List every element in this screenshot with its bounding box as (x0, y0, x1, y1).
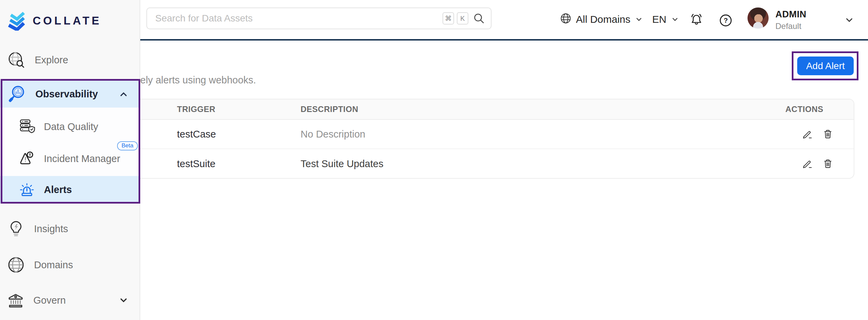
sidebar-item-label: Explore (35, 54, 68, 66)
cmd-key-badge: ⌘ (443, 12, 454, 25)
description-cell: No Description (264, 129, 775, 140)
language-selector-label: EN (652, 14, 666, 25)
domains-globe-icon (7, 256, 25, 274)
incident-manager-icon (18, 150, 36, 167)
page-description: ely alerts using webhooks. (140, 75, 256, 86)
edit-icon[interactable] (802, 158, 813, 169)
add-alert-button[interactable]: Add Alert (797, 57, 854, 75)
user-name: ADMIN (775, 9, 806, 20)
delete-icon[interactable] (822, 129, 833, 140)
table-header-row: TRIGGER DESCRIPTION ACTIONS (140, 99, 854, 120)
insights-lightbulb-icon (7, 220, 25, 238)
collate-logo-text: COLLATE (33, 14, 101, 27)
chevron-down-icon (118, 295, 129, 305)
sidebar-item-govern[interactable]: Govern (0, 290, 140, 310)
svg-text:?: ? (724, 17, 728, 24)
k-key-badge: K (457, 12, 468, 25)
beta-badge: Beta (117, 141, 138, 150)
sidebar-item-label: Alerts (44, 184, 72, 195)
domain-selector[interactable]: All Domains (560, 11, 643, 28)
search-input[interactable] (155, 13, 440, 24)
govern-bank-icon (7, 291, 25, 309)
user-menu-chevron-icon[interactable] (844, 15, 854, 25)
sidebar-item-explore[interactable]: Explore (0, 50, 140, 70)
sidebar-item-observability[interactable]: Observability (0, 81, 140, 108)
user-avatar[interactable] (748, 7, 769, 29)
sidebar-item-label: Observability (35, 89, 98, 100)
help-icon[interactable]: ? (719, 14, 733, 27)
trigger-cell: testCase (140, 129, 264, 140)
edit-icon[interactable] (802, 129, 813, 140)
actions-cell (775, 129, 854, 140)
language-selector[interactable]: EN (652, 11, 679, 28)
search-icon (473, 13, 485, 24)
description-cell: Test Suite Updates (264, 158, 775, 170)
user-menu[interactable]: ADMIN Default (775, 9, 806, 31)
trigger-cell: testSuite (140, 158, 264, 170)
observability-icon (7, 84, 27, 104)
sidebar-item-label: Insights (34, 223, 68, 235)
data-quality-icon (18, 118, 36, 135)
alerts-siren-icon (18, 181, 36, 199)
sidebar-item-data-quality[interactable]: Data Quality (0, 116, 140, 138)
chevron-down-icon (671, 15, 679, 23)
actions-cell (775, 158, 854, 169)
globe-icon (560, 13, 572, 27)
sidebar-item-label: Incident Manager (44, 153, 120, 164)
delete-icon[interactable] (822, 158, 833, 169)
column-header-trigger: TRIGGER (140, 105, 264, 114)
sidebar-item-incident-manager[interactable]: Incident Manager (0, 148, 140, 169)
table-row: testSuite Test Suite Updates (140, 149, 854, 178)
global-search-bar[interactable]: ⌘ K (146, 7, 492, 29)
sidebar: COLLATE Explore Observability (0, 0, 140, 320)
collate-logo[interactable]: COLLATE (7, 10, 101, 32)
chevron-down-icon (635, 15, 643, 23)
sidebar-item-label: Govern (33, 295, 66, 306)
column-header-actions: ACTIONS (785, 105, 844, 114)
column-header-description: DESCRIPTION (264, 105, 775, 114)
alerts-table: TRIGGER DESCRIPTION ACTIONS testCase No … (140, 99, 854, 179)
user-team: Default (775, 21, 806, 31)
sidebar-item-label: Data Quality (44, 121, 98, 132)
sidebar-item-insights[interactable]: Insights (0, 219, 140, 239)
table-row: testCase No Description (140, 120, 854, 149)
domain-selector-label: All Domains (576, 14, 630, 25)
notifications-bell-icon[interactable] (689, 12, 704, 27)
sidebar-item-label: Domains (34, 259, 73, 271)
collate-logo-icon (7, 10, 27, 32)
explore-icon (7, 50, 26, 69)
chevron-up-icon (118, 89, 129, 99)
sidebar-item-alerts[interactable]: Alerts (0, 176, 140, 204)
sidebar-item-domains[interactable]: Domains (0, 255, 140, 275)
